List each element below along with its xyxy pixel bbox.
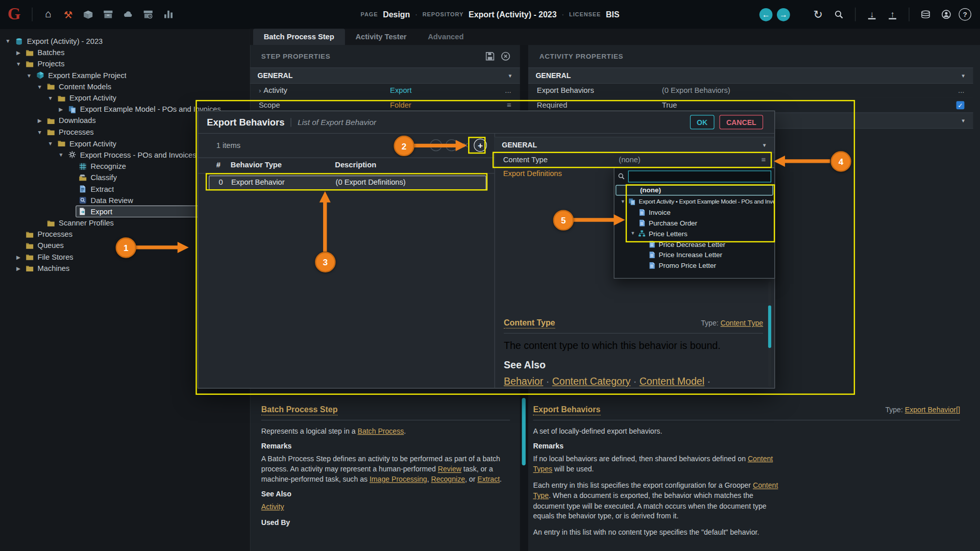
chevron-down-icon[interactable]: ▼	[629, 231, 636, 236]
tree-item[interactable]: ▼Export Example Project	[0, 70, 250, 81]
box-archive-icon[interactable]	[100, 6, 116, 22]
tree-item[interactable]: ▼Export (Activity) - 2023	[0, 36, 250, 47]
tree-item[interactable]: ▶Batches	[0, 47, 250, 58]
expander-icon[interactable]: ›	[259, 87, 261, 94]
dropdown-item[interactable]: Purchase Order	[615, 217, 774, 228]
help-link[interactable]: Batch Process	[357, 428, 404, 435]
scrollbar-track[interactable]	[768, 282, 771, 387]
discard-close-icon[interactable]	[501, 51, 511, 62]
tab-batch-process-step[interactable]: Batch Process Step	[253, 29, 345, 45]
tree-item[interactable]: ▼Content Models	[0, 81, 250, 92]
dropdown-item[interactable]: Invoice	[615, 207, 774, 217]
grooper-logo[interactable]: G	[6, 5, 24, 23]
property-label[interactable]: Export Behaviors	[537, 86, 662, 95]
dropdown-item[interactable]: Promo Price Letter	[615, 260, 774, 270]
property-value[interactable]: (0 Export Behaviors)	[662, 86, 958, 95]
property-label[interactable]: Content Type	[503, 156, 619, 164]
refresh-icon[interactable]: ↻	[810, 6, 826, 22]
chevron-down-icon[interactable]: ▼	[4, 38, 12, 44]
help-link[interactable]: Content Model	[640, 376, 704, 387]
help-link[interactable]: Activity	[261, 503, 284, 511]
chevron-down-icon[interactable]: ▼	[46, 95, 55, 101]
help-link[interactable]: Behavior	[504, 376, 543, 387]
ellipsis-button[interactable]: ...	[505, 86, 511, 95]
property-value[interactable]: True	[662, 101, 957, 109]
dropdown-item[interactable]: Price Decrease Letter	[615, 239, 774, 249]
scrollbar-thumb[interactable]	[522, 398, 525, 465]
help-icon[interactable]: ?	[959, 8, 971, 20]
chevron-down-icon[interactable]: ▼	[25, 72, 33, 79]
doctype-icon	[648, 240, 657, 248]
cloud-icon[interactable]	[120, 6, 136, 22]
chevron-down-icon[interactable]: ▼	[36, 84, 44, 90]
download-icon[interactable]: ↓	[864, 6, 880, 22]
dropdown-item-none[interactable]: (none)	[616, 185, 773, 195]
chevron-right-icon[interactable]: ▶	[14, 265, 22, 271]
help-link[interactable]: Review	[438, 465, 461, 473]
move-up-button[interactable]: ↑	[430, 139, 442, 151]
property-value[interactable]: (none)	[619, 156, 761, 164]
menu-button[interactable]: ≡	[761, 156, 766, 164]
general-group-header[interactable]: GENERAL ▼	[528, 67, 973, 84]
dropdown-item[interactable]: Price Increase Letter	[615, 249, 774, 260]
back-button[interactable]: ←	[760, 8, 773, 21]
forward-button[interactable]: →	[777, 8, 790, 21]
property-label[interactable]: Export Definitions	[503, 169, 619, 178]
page-value[interactable]: Design	[383, 10, 410, 19]
property-value[interactable]: Export	[390, 86, 505, 95]
delete-button[interactable]: ✕	[462, 141, 469, 149]
save-icon[interactable]	[485, 51, 496, 62]
tab-advanced[interactable]: Advanced	[417, 29, 474, 45]
type-link[interactable]: Content Type	[721, 319, 764, 327]
chevron-down-icon[interactable]: ▼	[619, 198, 626, 204]
property-label[interactable]: Required	[537, 101, 662, 109]
add-button[interactable]: +	[474, 139, 487, 152]
chevron-right-icon[interactable]: ▶	[36, 118, 44, 124]
dropdown-tree: (none)▼Export Activity • Export Example …	[615, 185, 774, 270]
move-down-button[interactable]: ↓	[446, 139, 457, 151]
home-icon[interactable]: ⌂	[40, 6, 56, 22]
export-behaviors-help-panel: Export Behaviors Type: Export Behavior[]…	[528, 395, 975, 551]
tree-item[interactable]: ▼Export Activity	[0, 92, 250, 104]
column-header: Description	[335, 161, 376, 169]
tools-icon[interactable]: ⚒	[60, 6, 77, 22]
dialog-title-bar: Export Behaviors List of Export Behavior…	[198, 111, 774, 134]
property-label[interactable]: ›Activity	[259, 86, 390, 95]
property-value[interactable]: Folder	[390, 101, 507, 109]
user-icon[interactable]	[938, 6, 954, 22]
dropdown-item[interactable]: ▼Export Activity • Export Example Model …	[615, 196, 774, 207]
chevron-down-icon[interactable]: ▼	[57, 152, 65, 158]
menu-button[interactable]: ≡	[507, 101, 511, 109]
ellipsis-button[interactable]: ...	[958, 86, 964, 95]
cancel-button[interactable]: CANCEL	[719, 115, 763, 129]
chevron-down-icon[interactable]: ▼	[14, 61, 22, 67]
checkbox-checked-icon[interactable]: ✓	[956, 101, 964, 109]
bar-chart-icon[interactable]	[160, 6, 176, 22]
box-clock-icon[interactable]	[140, 6, 156, 22]
upload-icon[interactable]: ↑	[885, 6, 901, 22]
repository-value[interactable]: Export (Activity) - 2023	[469, 10, 557, 19]
type-link[interactable]: Export Behavior[]	[905, 406, 960, 414]
general-group-header[interactable]: GENERAL ▼	[250, 67, 520, 84]
chevron-down-icon[interactable]: ▼	[46, 140, 55, 146]
help-link[interactable]: Image Processing	[370, 475, 427, 483]
general-group-header[interactable]: GENERAL ▼	[495, 137, 775, 153]
search-input[interactable]	[628, 170, 771, 182]
chevron-down-icon[interactable]: ▼	[36, 129, 44, 135]
tab-activity-tester[interactable]: Activity Tester	[345, 29, 418, 45]
table-row[interactable]: 0Export Behavior(0 Export Definitions)	[209, 176, 486, 190]
box-icon[interactable]	[80, 6, 96, 22]
chevron-right-icon[interactable]: ▶	[14, 49, 22, 56]
tree-item[interactable]: ▼Projects	[0, 58, 250, 69]
ok-button[interactable]: OK	[690, 115, 715, 129]
database-stack-icon[interactable]	[918, 6, 934, 22]
chevron-right-icon[interactable]: ▶	[14, 254, 22, 260]
scrollbar-thumb[interactable]	[768, 306, 771, 348]
help-link[interactable]: Extract	[477, 475, 500, 483]
dropdown-item[interactable]: ▼Price Letters	[615, 228, 774, 239]
help-link[interactable]: Recognize	[431, 475, 465, 483]
property-label[interactable]: Scope	[259, 101, 390, 109]
search-icon[interactable]	[830, 6, 847, 22]
help-link[interactable]: Content Category	[552, 376, 631, 387]
chevron-right-icon[interactable]: ▶	[57, 106, 65, 112]
